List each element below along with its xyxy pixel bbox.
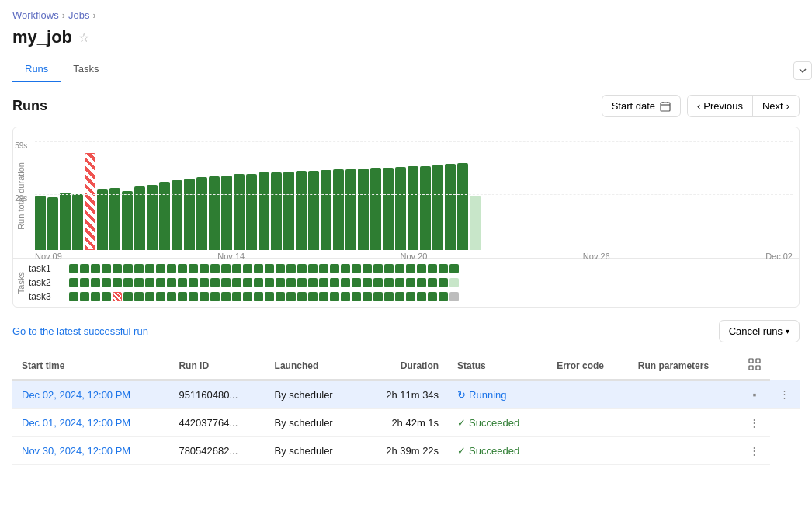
dot[interactable] <box>221 292 231 301</box>
dot[interactable] <box>200 264 209 273</box>
dot[interactable] <box>123 292 133 301</box>
bar[interactable] <box>35 196 46 250</box>
cell-start-time[interactable]: Nov 30, 2024, 12:00 PM <box>12 437 169 465</box>
dot[interactable] <box>319 292 328 301</box>
dot[interactable] <box>286 292 296 301</box>
more-options-icon[interactable]: ⋮ <box>749 445 760 457</box>
dot[interactable] <box>406 264 415 273</box>
bar[interactable] <box>122 191 133 250</box>
dot[interactable] <box>232 292 241 301</box>
dot[interactable] <box>373 278 383 287</box>
cell-more-actions[interactable]: ⋮ <box>739 409 770 437</box>
dot[interactable] <box>373 264 383 273</box>
dot[interactable] <box>265 278 274 287</box>
dot[interactable] <box>91 264 100 273</box>
dot[interactable] <box>395 278 404 287</box>
breadcrumb-workflows[interactable]: Workflows <box>12 9 59 21</box>
tab-collapse-icon[interactable] <box>793 61 812 80</box>
dot[interactable] <box>123 264 133 273</box>
dot[interactable] <box>341 292 350 301</box>
bar[interactable] <box>271 172 282 250</box>
dot[interactable] <box>286 264 296 273</box>
dot-gray[interactable] <box>449 292 459 301</box>
dot[interactable] <box>167 292 176 301</box>
cell-start-time[interactable]: Dec 02, 2024, 12:00 PM <box>12 380 169 409</box>
previous-button[interactable]: ‹ Previous <box>688 96 753 116</box>
dot[interactable] <box>384 264 394 273</box>
dot[interactable] <box>276 264 285 273</box>
dot[interactable] <box>297 292 307 301</box>
dot[interactable] <box>265 264 274 273</box>
dot[interactable] <box>352 278 361 287</box>
dot[interactable] <box>384 278 394 287</box>
dot[interactable] <box>352 292 361 301</box>
dot[interactable] <box>145 264 154 273</box>
dot[interactable] <box>363 278 372 287</box>
dot[interactable] <box>178 292 187 301</box>
dot[interactable] <box>102 292 111 301</box>
dot[interactable] <box>254 292 263 301</box>
dot[interactable] <box>189 278 198 287</box>
dot[interactable] <box>352 264 361 273</box>
dot[interactable] <box>145 278 154 287</box>
dot[interactable] <box>189 264 198 273</box>
dot[interactable] <box>232 264 241 273</box>
dot[interactable] <box>417 264 426 273</box>
dot[interactable] <box>69 292 78 301</box>
dot[interactable] <box>69 264 78 273</box>
bar[interactable] <box>457 163 468 250</box>
dot[interactable] <box>395 264 404 273</box>
dot[interactable] <box>341 278 350 287</box>
dot[interactable] <box>439 278 448 287</box>
dot[interactable] <box>167 278 176 287</box>
dot[interactable] <box>363 264 372 273</box>
dot[interactable] <box>243 264 252 273</box>
bar[interactable] <box>184 179 195 250</box>
bar[interactable] <box>408 166 418 250</box>
bar[interactable] <box>333 169 344 250</box>
cell-action-icon[interactable]: ▪ <box>739 380 770 409</box>
dot[interactable] <box>123 278 133 287</box>
dot[interactable] <box>265 292 274 301</box>
dot[interactable] <box>276 278 285 287</box>
star-icon[interactable]: ☆ <box>78 30 89 45</box>
bar[interactable] <box>172 180 182 250</box>
dot[interactable] <box>297 264 307 273</box>
dot[interactable] <box>113 278 122 287</box>
dot[interactable] <box>91 278 100 287</box>
bar[interactable] <box>383 168 394 250</box>
bar[interactable] <box>259 172 269 250</box>
dot[interactable] <box>363 292 372 301</box>
run-link[interactable]: Dec 01, 2024, 12:00 PM <box>22 417 130 429</box>
bar[interactable] <box>370 168 381 250</box>
dot[interactable] <box>297 278 307 287</box>
tab-tasks[interactable]: Tasks <box>61 57 111 82</box>
dot[interactable] <box>428 292 437 301</box>
dot[interactable] <box>319 278 328 287</box>
dot[interactable] <box>102 278 111 287</box>
dot[interactable] <box>156 292 165 301</box>
bar-running[interactable] <box>470 196 481 250</box>
bar[interactable] <box>221 176 232 250</box>
dot[interactable] <box>308 264 318 273</box>
more-options-icon[interactable]: ⋮ <box>749 417 760 429</box>
dot[interactable] <box>384 292 394 301</box>
dot[interactable] <box>200 292 209 301</box>
dot[interactable] <box>406 278 415 287</box>
dot[interactable] <box>428 278 437 287</box>
dot[interactable] <box>308 278 318 287</box>
dot[interactable] <box>406 292 415 301</box>
breadcrumb-jobs[interactable]: Jobs <box>68 9 89 21</box>
dot[interactable] <box>428 264 437 273</box>
dot[interactable] <box>189 292 198 301</box>
bar[interactable] <box>60 193 71 250</box>
bar[interactable] <box>134 186 145 250</box>
dot[interactable] <box>221 264 231 273</box>
bar[interactable] <box>283 172 294 250</box>
dot[interactable] <box>80 264 89 273</box>
dot-failed[interactable] <box>113 292 122 301</box>
cancel-runs-button[interactable]: Cancel runs ▾ <box>719 320 800 342</box>
dot[interactable] <box>210 278 220 287</box>
tab-runs[interactable]: Runs <box>12 57 61 82</box>
dot[interactable] <box>221 278 231 287</box>
